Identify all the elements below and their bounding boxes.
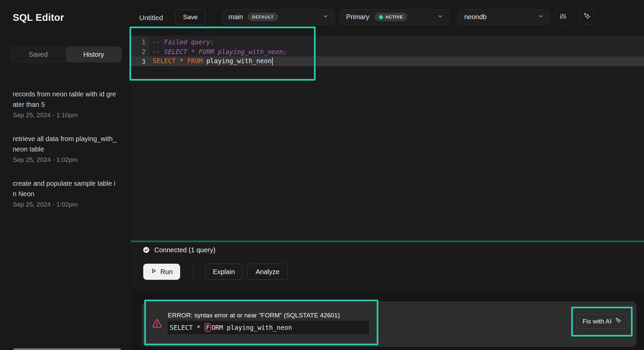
sparkle-icon: [583, 12, 591, 21]
sidebar: SQL Editor Saved History records from ne…: [0, 0, 131, 350]
sql-editor-app: SQL Editor Saved History records from ne…: [0, 0, 644, 350]
fix-with-ai-button[interactable]: Fix with AI: [576, 314, 628, 329]
sql-comment: -- Failed query:: [153, 38, 214, 46]
history-item-title: records from neon table with id greater …: [13, 89, 119, 110]
compute-select[interactable]: Primary ACTIVE: [340, 9, 449, 25]
history-item[interactable]: create and populate sample table in Neon…: [13, 178, 119, 208]
active-dot-icon: [379, 15, 383, 19]
history-item-timestamp: Sep 25, 2024 - 1:02pm: [13, 156, 119, 164]
history-list: records from neon table with id greater …: [13, 75, 119, 223]
compute-active-badge: ACTIVE: [375, 13, 407, 21]
sidebar-bottom-bar: [13, 348, 121, 350]
sql-identifier: playing_with_neon: [203, 57, 272, 64]
warning-triangle-icon: [152, 318, 162, 330]
history-item-title: retrieve all data from playing_with_neon…: [13, 134, 119, 155]
error-highlight-char: F: [205, 323, 211, 332]
topbar: Untitled Save main DEFAULT Primary ACTIV…: [131, 0, 644, 36]
play-icon: [151, 268, 157, 276]
database-name: neondb: [464, 13, 487, 21]
page-title: SQL Editor: [13, 12, 64, 23]
sql-keyword: FROM: [187, 57, 203, 64]
history-item-timestamp: Sep 25, 2024 - 1:02pm: [13, 201, 119, 208]
sliders-icon: [559, 12, 567, 21]
branch-name: main: [228, 13, 243, 21]
text-caret: [272, 57, 273, 65]
save-button[interactable]: Save: [175, 9, 205, 25]
chevron-down-icon: [437, 13, 443, 20]
query-actions-bar: Run Explain Analyze: [131, 258, 644, 289]
history-item-timestamp: Sep 25, 2024 - 1:10pm: [13, 112, 119, 119]
results-area: ERROR: syntax error at or near "FORM" (S…: [131, 289, 644, 350]
run-button[interactable]: Run: [143, 264, 180, 280]
code-line-2: 2 -- SELECT * FORM playing_with_neon;: [131, 47, 644, 56]
history-item-title: create and populate sample table in Neon: [13, 178, 119, 199]
sparkle-icon: [615, 317, 622, 326]
history-item[interactable]: retrieve all data from playing_with_neon…: [13, 134, 119, 164]
error-query-snippet: SELECT * FORM playing_with_neon: [168, 321, 369, 334]
history-item[interactable]: records from neon table with id greater …: [13, 89, 119, 119]
editor-settings-button[interactable]: [555, 9, 571, 25]
code-line-3: 3 SELECT * FROM playing_with_neon: [131, 56, 644, 66]
error-message: ERROR: syntax error at or near "FORM" (S…: [168, 312, 340, 319]
line-number: 2: [131, 48, 146, 55]
chevron-down-icon: [538, 13, 544, 20]
sql-keyword: SELECT: [153, 57, 176, 64]
tab-saved[interactable]: Saved: [10, 47, 66, 62]
ai-assist-button[interactable]: [579, 9, 595, 25]
sql-code-editor[interactable]: 1 -- Failed query: 2 -- SELECT * FORM pl…: [131, 36, 644, 240]
branch-default-badge: DEFAULT: [248, 13, 278, 21]
line-number: 1: [131, 38, 146, 46]
chevron-down-icon: [323, 13, 328, 20]
explain-button[interactable]: Explain: [205, 264, 243, 280]
branch-select[interactable]: main DEFAULT: [222, 9, 335, 25]
sql-star-operator: *: [176, 57, 187, 64]
analyze-button[interactable]: Analyze: [247, 264, 288, 280]
sidebar-header-divider: [0, 36, 131, 36]
actions-divider: [192, 265, 193, 278]
tab-history[interactable]: History: [66, 47, 122, 62]
connection-status-text: Connected (1 query): [154, 246, 215, 254]
topbar-divider: [214, 0, 214, 36]
query-name-field[interactable]: Untitled: [139, 0, 163, 36]
sql-comment: -- SELECT * FORM playing_with_neon;: [153, 48, 287, 55]
saved-history-tabs: Saved History: [10, 46, 122, 62]
icon-divider: [575, 8, 575, 28]
sidebar-bottom-divider: [0, 338, 131, 338]
connection-status-bar: Connected (1 query): [131, 242, 644, 258]
code-line-1: 1 -- Failed query:: [131, 37, 644, 47]
check-circle-icon: [143, 247, 150, 253]
database-select[interactable]: neondb: [458, 9, 550, 25]
compute-name: Primary: [346, 13, 369, 21]
line-number: 3: [131, 58, 146, 65]
